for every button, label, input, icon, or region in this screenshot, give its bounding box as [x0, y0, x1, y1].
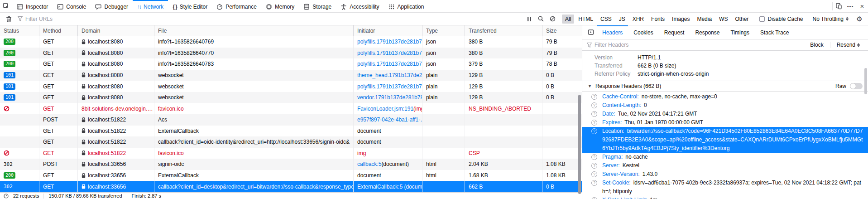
tab-style-editor[interactable]: { } Style Editor	[168, 0, 212, 12]
details-tab-timings[interactable]: Timings	[725, 25, 755, 39]
devtools-menu-button[interactable]: •••	[844, 0, 856, 12]
response-header-x-rate-limit-limit[interactable]: ? X-Rate-Limit-Limit:1m	[582, 196, 868, 199]
tab-network[interactable]: ↑↓ Network	[133, 0, 168, 12]
filter-headers-input[interactable]	[595, 42, 730, 48]
column-header-status[interactable]: Status	[0, 25, 39, 36]
pause-traffic-button[interactable]	[523, 16, 535, 22]
initiator-link[interactable]: FaviconLoader.jsm:191	[357, 106, 413, 112]
initiator-link[interactable]: theme_head.1791b137de281…	[357, 72, 422, 78]
details-tab-stack-trace[interactable]: Stack Trace	[755, 25, 794, 39]
tab-memory[interactable]: Memory	[261, 0, 299, 12]
type-filter-all[interactable]: All	[562, 15, 574, 24]
block-request-button[interactable]	[547, 16, 559, 22]
column-header-domain[interactable]: Domain	[78, 25, 154, 36]
network-settings-button[interactable]: ⚙	[854, 15, 865, 23]
header-help-icon[interactable]: ?	[591, 180, 597, 186]
scrollbar-thumb[interactable]	[864, 68, 867, 94]
filter-urls-input[interactable]	[25, 16, 125, 22]
type-filter-media[interactable]: Media	[694, 15, 715, 24]
type-filter-images[interactable]: Images	[669, 15, 693, 24]
table-row[interactable]: POST localhost:51822 Acs e957f897-042e-4…	[0, 114, 582, 126]
details-scrollbar[interactable]	[864, 25, 868, 199]
clear-requests-button[interactable]	[3, 16, 14, 22]
response-header-location[interactable]: ? Location:bitwarden://sso-callback?code…	[582, 127, 868, 153]
response-header-pragma[interactable]: ? Pragma:no-cache	[582, 153, 868, 161]
type-filter-other[interactable]: Other	[732, 15, 752, 24]
type-filter-xhr[interactable]: XHR	[629, 15, 647, 24]
header-help-icon[interactable]: ?	[591, 154, 597, 160]
initiator-link[interactable]: polyfills.1791b137de281b787…	[357, 61, 422, 67]
tab-debugger[interactable]: Debugger	[91, 0, 133, 12]
initiator-link[interactable]: callback:5	[357, 161, 381, 167]
node-picker-button[interactable]	[0, 0, 12, 12]
table-row[interactable]: 101 GET localhost:8080 websocket vendor.…	[0, 92, 582, 103]
column-header-file[interactable]: File	[154, 25, 354, 36]
response-headers-section-header[interactable]: ▼ Response Headers (662 B) Raw	[582, 81, 868, 92]
header-help-icon[interactable]: ?	[591, 171, 597, 177]
initiator-link[interactable]: polyfills.1791b137de281b787…	[357, 39, 422, 45]
initiator-link[interactable]: e957f897-042e-4ba1-aff1-…	[357, 116, 422, 123]
column-header-method[interactable]: Method	[39, 25, 78, 36]
tab-application[interactable]: Application	[384, 0, 429, 12]
details-tab-response[interactable]: Response	[690, 25, 725, 39]
initiator-link[interactable]: polyfills.1791b137de281b787…	[357, 83, 422, 90]
response-header-server-version[interactable]: ? Server-Version:1.43.0	[582, 170, 868, 179]
response-header-content-length[interactable]: ? Content-Length:0	[582, 101, 868, 110]
tab-performance[interactable]: Performance	[212, 0, 261, 12]
header-help-icon[interactable]: ?	[591, 111, 597, 117]
tab-storage[interactable]: Storage	[299, 0, 336, 12]
disable-cache-checkbox[interactable]	[759, 16, 765, 22]
header-help-icon[interactable]: ?	[591, 197, 597, 199]
tab-inspector[interactable]: Inspector	[12, 0, 53, 12]
search-button[interactable]	[535, 16, 547, 22]
scrollbar-thumb[interactable]	[578, 95, 581, 194]
table-row[interactable]: 200 GET localhost:8080 info?t=1635826640…	[0, 48, 582, 59]
type-filter-html[interactable]: HTML	[575, 15, 596, 24]
response-header-expires[interactable]: ? Expires:Thu, 01 Jan 1970 00:00:00 GMT	[582, 118, 868, 127]
resend-button[interactable]: Resend	[833, 42, 863, 48]
throttling-dropdown[interactable]: No Throttling	[813, 16, 849, 22]
type-filter-css[interactable]: CSS	[597, 15, 615, 24]
tab-console[interactable]: Console	[53, 0, 91, 12]
table-row[interactable]: 200 GET localhost:33656 ExternalCallback…	[0, 170, 582, 181]
response-header-set-cookie[interactable]: ? Set-Cookie:idsrv=adf6cba1-7075-402b-9e…	[582, 179, 868, 196]
header-help-icon[interactable]: ?	[591, 163, 597, 169]
type-filter-js[interactable]: JS	[616, 15, 628, 24]
column-header-size[interactable]: Size	[542, 25, 582, 36]
response-header-date[interactable]: ? Date:Tue, 02 Nov 2021 04:17:21 GMT	[582, 110, 868, 118]
details-tab-cookies[interactable]: Cookies	[628, 25, 658, 39]
table-row[interactable]: GET localhost:51822 callback?client_id=o…	[0, 136, 582, 148]
type-filter-fonts[interactable]: Fonts	[648, 15, 668, 24]
type-filter-ws[interactable]: WS	[716, 15, 731, 24]
table-row[interactable]: 302 GET localhost:33656 callback?client_…	[0, 181, 582, 192]
table-row[interactable]: 200 GET localhost:8080 info?t=1635826640…	[0, 58, 582, 70]
details-tab-request[interactable]: Request	[659, 25, 690, 39]
table-row[interactable]: 101 GET localhost:8080 websocket theme_h…	[0, 70, 582, 81]
table-row[interactable]: GET localhost:51822 ExternalCallback doc…	[0, 126, 582, 137]
column-header-transferred[interactable]: Transferred	[465, 25, 542, 36]
header-help-icon[interactable]: ?	[591, 102, 597, 108]
initiator-link[interactable]: vendor.1791b137de281b787…	[357, 94, 422, 101]
response-header-cache-control[interactable]: ? Cache-Control:no-store, no-cache, max-…	[582, 92, 868, 101]
header-help-icon[interactable]: ?	[591, 128, 597, 134]
response-header-server[interactable]: ? Server:Kestrel	[582, 161, 868, 170]
tab-accessibility[interactable]: Accessibility	[336, 0, 384, 12]
details-tab-headers[interactable]: Headers	[597, 25, 628, 39]
disable-cache-toggle[interactable]: Disable Cache	[759, 16, 803, 22]
raw-headers-toggle[interactable]	[850, 83, 863, 89]
header-help-icon[interactable]: ?	[591, 120, 597, 126]
table-row[interactable]: 302 POST localhost:33656 signin-oidc cal…	[0, 159, 582, 170]
block-url-button[interactable]: Block	[806, 42, 827, 48]
table-row[interactable]: 101 GET localhost:8080 websocket polyfil…	[0, 81, 582, 92]
table-row[interactable]: GET localhost:51822 favicon.ico img CSP	[0, 148, 582, 159]
table-row[interactable]: GET 8bit-solutions-dev.onelogin…. favico…	[0, 103, 582, 114]
initiator-link[interactable]: polyfills.1791b137de281b787…	[357, 50, 422, 56]
split-panel-toggle-button[interactable]	[585, 25, 597, 39]
column-header-type[interactable]: Type	[422, 25, 465, 36]
responsive-design-mode-button[interactable]	[833, 0, 844, 12]
close-devtools-button[interactable]: ×	[856, 0, 868, 12]
column-header-initiator[interactable]: Initiator	[354, 25, 422, 36]
request-list-scrollbar[interactable]	[578, 37, 581, 192]
header-help-icon[interactable]: ?	[591, 94, 597, 100]
table-row[interactable]: 200 GET localhost:8080 info?t=1635826640…	[0, 36, 582, 48]
